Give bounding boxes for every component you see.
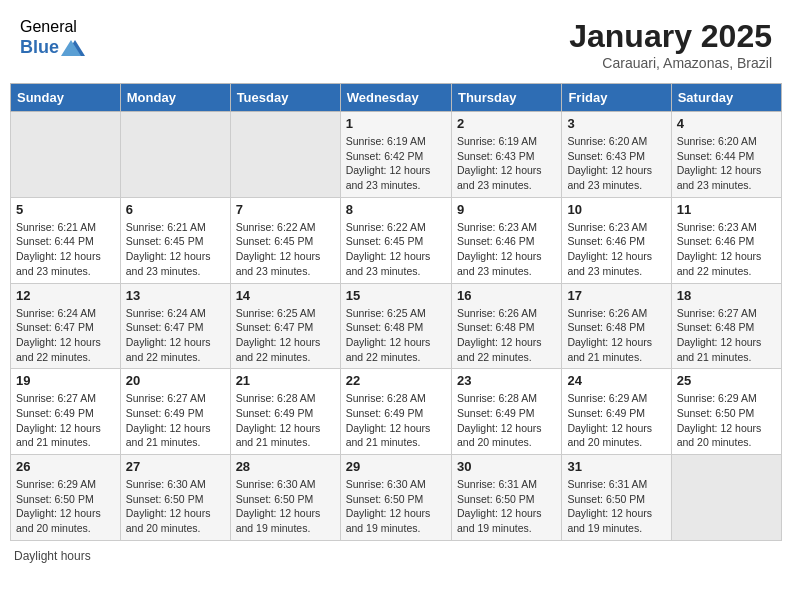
calendar-week-row: 26Sunrise: 6:29 AM Sunset: 6:50 PM Dayli… bbox=[11, 455, 782, 541]
day-info: Sunrise: 6:19 AM Sunset: 6:42 PM Dayligh… bbox=[346, 134, 446, 193]
day-info: Sunrise: 6:29 AM Sunset: 6:49 PM Dayligh… bbox=[567, 391, 665, 450]
day-info: Sunrise: 6:30 AM Sunset: 6:50 PM Dayligh… bbox=[236, 477, 335, 536]
day-number: 21 bbox=[236, 373, 335, 388]
day-number: 4 bbox=[677, 116, 776, 131]
calendar-day-header: Monday bbox=[120, 84, 230, 112]
day-info: Sunrise: 6:28 AM Sunset: 6:49 PM Dayligh… bbox=[457, 391, 556, 450]
day-number: 6 bbox=[126, 202, 225, 217]
day-info: Sunrise: 6:28 AM Sunset: 6:49 PM Dayligh… bbox=[346, 391, 446, 450]
day-number: 1 bbox=[346, 116, 446, 131]
calendar-week-row: 1Sunrise: 6:19 AM Sunset: 6:42 PM Daylig… bbox=[11, 112, 782, 198]
calendar-day-header: Saturday bbox=[671, 84, 781, 112]
calendar-body: 1Sunrise: 6:19 AM Sunset: 6:42 PM Daylig… bbox=[11, 112, 782, 541]
day-info: Sunrise: 6:19 AM Sunset: 6:43 PM Dayligh… bbox=[457, 134, 556, 193]
day-number: 9 bbox=[457, 202, 556, 217]
calendar-cell: 22Sunrise: 6:28 AM Sunset: 6:49 PM Dayli… bbox=[340, 369, 451, 455]
day-info: Sunrise: 6:27 AM Sunset: 6:49 PM Dayligh… bbox=[16, 391, 115, 450]
calendar-cell: 27Sunrise: 6:30 AM Sunset: 6:50 PM Dayli… bbox=[120, 455, 230, 541]
day-info: Sunrise: 6:27 AM Sunset: 6:48 PM Dayligh… bbox=[677, 306, 776, 365]
calendar-cell bbox=[120, 112, 230, 198]
day-number: 30 bbox=[457, 459, 556, 474]
day-number: 14 bbox=[236, 288, 335, 303]
day-number: 5 bbox=[16, 202, 115, 217]
day-number: 3 bbox=[567, 116, 665, 131]
day-number: 2 bbox=[457, 116, 556, 131]
calendar-cell: 6Sunrise: 6:21 AM Sunset: 6:45 PM Daylig… bbox=[120, 197, 230, 283]
calendar-day-header: Tuesday bbox=[230, 84, 340, 112]
day-info: Sunrise: 6:23 AM Sunset: 6:46 PM Dayligh… bbox=[567, 220, 665, 279]
calendar-cell: 20Sunrise: 6:27 AM Sunset: 6:49 PM Dayli… bbox=[120, 369, 230, 455]
calendar-week-row: 5Sunrise: 6:21 AM Sunset: 6:44 PM Daylig… bbox=[11, 197, 782, 283]
calendar-day-header: Wednesday bbox=[340, 84, 451, 112]
calendar-day-header: Sunday bbox=[11, 84, 121, 112]
day-number: 23 bbox=[457, 373, 556, 388]
calendar-cell: 17Sunrise: 6:26 AM Sunset: 6:48 PM Dayli… bbox=[562, 283, 671, 369]
calendar-table: SundayMondayTuesdayWednesdayThursdayFrid… bbox=[10, 83, 782, 541]
page-header: General Blue January 2025 Carauari, Amaz… bbox=[10, 10, 782, 79]
calendar-header-row: SundayMondayTuesdayWednesdayThursdayFrid… bbox=[11, 84, 782, 112]
day-number: 8 bbox=[346, 202, 446, 217]
calendar-cell: 15Sunrise: 6:25 AM Sunset: 6:48 PM Dayli… bbox=[340, 283, 451, 369]
day-info: Sunrise: 6:22 AM Sunset: 6:45 PM Dayligh… bbox=[346, 220, 446, 279]
day-info: Sunrise: 6:20 AM Sunset: 6:43 PM Dayligh… bbox=[567, 134, 665, 193]
logo-blue: Blue bbox=[20, 38, 59, 58]
day-info: Sunrise: 6:27 AM Sunset: 6:49 PM Dayligh… bbox=[126, 391, 225, 450]
calendar-cell: 1Sunrise: 6:19 AM Sunset: 6:42 PM Daylig… bbox=[340, 112, 451, 198]
calendar-cell: 11Sunrise: 6:23 AM Sunset: 6:46 PM Dayli… bbox=[671, 197, 781, 283]
day-info: Sunrise: 6:23 AM Sunset: 6:46 PM Dayligh… bbox=[677, 220, 776, 279]
calendar-cell: 8Sunrise: 6:22 AM Sunset: 6:45 PM Daylig… bbox=[340, 197, 451, 283]
calendar-day-header: Thursday bbox=[451, 84, 561, 112]
month-title: January 2025 bbox=[569, 18, 772, 55]
day-info: Sunrise: 6:29 AM Sunset: 6:50 PM Dayligh… bbox=[677, 391, 776, 450]
day-info: Sunrise: 6:29 AM Sunset: 6:50 PM Dayligh… bbox=[16, 477, 115, 536]
day-info: Sunrise: 6:31 AM Sunset: 6:50 PM Dayligh… bbox=[567, 477, 665, 536]
calendar-cell: 25Sunrise: 6:29 AM Sunset: 6:50 PM Dayli… bbox=[671, 369, 781, 455]
calendar-cell bbox=[11, 112, 121, 198]
day-info: Sunrise: 6:30 AM Sunset: 6:50 PM Dayligh… bbox=[126, 477, 225, 536]
day-number: 27 bbox=[126, 459, 225, 474]
calendar-week-row: 19Sunrise: 6:27 AM Sunset: 6:49 PM Dayli… bbox=[11, 369, 782, 455]
day-number: 15 bbox=[346, 288, 446, 303]
calendar-cell bbox=[230, 112, 340, 198]
calendar-day-header: Friday bbox=[562, 84, 671, 112]
daylight-label: Daylight hours bbox=[14, 549, 91, 563]
day-number: 31 bbox=[567, 459, 665, 474]
calendar-cell: 5Sunrise: 6:21 AM Sunset: 6:44 PM Daylig… bbox=[11, 197, 121, 283]
logo-icon bbox=[61, 36, 85, 60]
calendar-week-row: 12Sunrise: 6:24 AM Sunset: 6:47 PM Dayli… bbox=[11, 283, 782, 369]
calendar-cell: 23Sunrise: 6:28 AM Sunset: 6:49 PM Dayli… bbox=[451, 369, 561, 455]
calendar-cell: 31Sunrise: 6:31 AM Sunset: 6:50 PM Dayli… bbox=[562, 455, 671, 541]
day-number: 26 bbox=[16, 459, 115, 474]
day-info: Sunrise: 6:21 AM Sunset: 6:44 PM Dayligh… bbox=[16, 220, 115, 279]
day-number: 11 bbox=[677, 202, 776, 217]
calendar-cell: 18Sunrise: 6:27 AM Sunset: 6:48 PM Dayli… bbox=[671, 283, 781, 369]
day-number: 12 bbox=[16, 288, 115, 303]
calendar-cell: 3Sunrise: 6:20 AM Sunset: 6:43 PM Daylig… bbox=[562, 112, 671, 198]
location: Carauari, Amazonas, Brazil bbox=[569, 55, 772, 71]
title-block: January 2025 Carauari, Amazonas, Brazil bbox=[569, 18, 772, 71]
day-number: 22 bbox=[346, 373, 446, 388]
calendar-cell: 4Sunrise: 6:20 AM Sunset: 6:44 PM Daylig… bbox=[671, 112, 781, 198]
calendar-cell: 12Sunrise: 6:24 AM Sunset: 6:47 PM Dayli… bbox=[11, 283, 121, 369]
day-number: 29 bbox=[346, 459, 446, 474]
day-number: 17 bbox=[567, 288, 665, 303]
day-number: 18 bbox=[677, 288, 776, 303]
day-info: Sunrise: 6:26 AM Sunset: 6:48 PM Dayligh… bbox=[457, 306, 556, 365]
day-info: Sunrise: 6:25 AM Sunset: 6:47 PM Dayligh… bbox=[236, 306, 335, 365]
day-number: 7 bbox=[236, 202, 335, 217]
calendar-cell: 2Sunrise: 6:19 AM Sunset: 6:43 PM Daylig… bbox=[451, 112, 561, 198]
footer: Daylight hours bbox=[10, 549, 782, 563]
calendar-cell: 28Sunrise: 6:30 AM Sunset: 6:50 PM Dayli… bbox=[230, 455, 340, 541]
calendar-cell: 7Sunrise: 6:22 AM Sunset: 6:45 PM Daylig… bbox=[230, 197, 340, 283]
day-info: Sunrise: 6:30 AM Sunset: 6:50 PM Dayligh… bbox=[346, 477, 446, 536]
day-info: Sunrise: 6:24 AM Sunset: 6:47 PM Dayligh… bbox=[16, 306, 115, 365]
day-info: Sunrise: 6:28 AM Sunset: 6:49 PM Dayligh… bbox=[236, 391, 335, 450]
calendar-cell: 21Sunrise: 6:28 AM Sunset: 6:49 PM Dayli… bbox=[230, 369, 340, 455]
day-number: 24 bbox=[567, 373, 665, 388]
day-info: Sunrise: 6:21 AM Sunset: 6:45 PM Dayligh… bbox=[126, 220, 225, 279]
day-info: Sunrise: 6:23 AM Sunset: 6:46 PM Dayligh… bbox=[457, 220, 556, 279]
calendar-cell: 30Sunrise: 6:31 AM Sunset: 6:50 PM Dayli… bbox=[451, 455, 561, 541]
logo-general: General bbox=[20, 18, 85, 36]
calendar-cell: 16Sunrise: 6:26 AM Sunset: 6:48 PM Dayli… bbox=[451, 283, 561, 369]
day-number: 16 bbox=[457, 288, 556, 303]
